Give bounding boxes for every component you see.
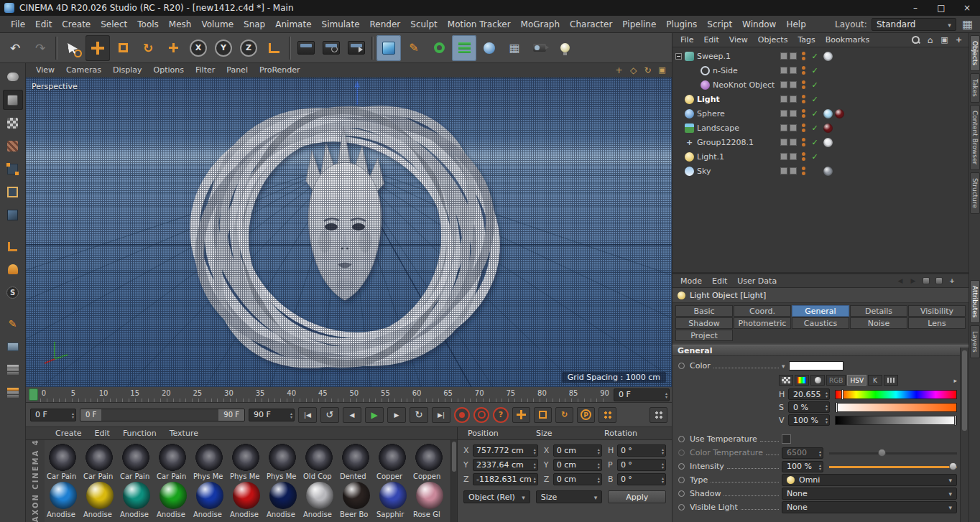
attribute-scrollbar[interactable] xyxy=(960,348,969,522)
object-icon[interactable] xyxy=(701,66,710,75)
keyframe-circle-icon[interactable] xyxy=(678,463,685,470)
panel-maximize-icon[interactable] xyxy=(939,34,950,45)
stepper-icon[interactable] xyxy=(823,404,828,411)
points-mode-button[interactable] xyxy=(3,159,23,179)
menu-item[interactable]: Help xyxy=(781,17,810,32)
material-name-bottom[interactable]: Anodise xyxy=(228,510,264,519)
mirror-tool-button[interactable] xyxy=(3,337,23,357)
enabled-check-icon[interactable]: ✓ xyxy=(810,138,820,147)
object-row[interactable]: n-Side ✓ xyxy=(672,63,969,78)
key-pla-button[interactable] xyxy=(598,407,616,423)
material-name-top[interactable]: Coppen xyxy=(411,472,448,481)
pin-icon[interactable] xyxy=(921,276,931,286)
material-sphere[interactable] xyxy=(269,482,297,509)
range-end-handle[interactable]: 90 F xyxy=(218,409,244,421)
layer-box-icon[interactable] xyxy=(790,52,797,60)
layer-paint-button[interactable] xyxy=(3,383,23,403)
key-scale-button[interactable] xyxy=(534,407,552,423)
viewport-menu-item[interactable]: ProRender xyxy=(254,64,306,76)
stepper-icon[interactable] xyxy=(660,447,664,455)
material-scrollbar[interactable] xyxy=(450,440,457,522)
previous-key-button[interactable] xyxy=(320,407,339,423)
stepper-icon[interactable] xyxy=(817,463,821,470)
menu-item[interactable]: MoGraph xyxy=(516,17,565,32)
color-temperature-field[interactable]: 6500 xyxy=(782,447,823,459)
record-keyframe-button[interactable] xyxy=(454,407,470,423)
add-cube-button[interactable] xyxy=(376,35,401,61)
material-name-bottom[interactable]: Sapphir xyxy=(374,510,411,519)
intensity-field[interactable]: 100 % xyxy=(782,461,823,472)
material-item[interactable]: Dented Beer Bo xyxy=(338,472,374,519)
viewport-menu-item[interactable]: Display xyxy=(107,64,148,76)
last-tool-button[interactable] xyxy=(161,35,185,61)
brush-tool-button[interactable] xyxy=(3,314,23,334)
enabled-check-icon[interactable]: ✓ xyxy=(810,95,820,104)
material-item[interactable]: Old Cop Anodise xyxy=(301,472,338,519)
sphere-primitive-button[interactable] xyxy=(477,35,501,61)
material-name-bottom[interactable]: Anodise xyxy=(154,510,191,519)
menu-item[interactable]: Simulate xyxy=(317,17,365,32)
object-name[interactable]: n-Side xyxy=(713,66,738,75)
keyframe-circle-icon[interactable] xyxy=(678,449,685,456)
viewport-menu-item[interactable]: Panel xyxy=(221,64,254,76)
undo-button[interactable] xyxy=(3,35,27,61)
lock-icon[interactable] xyxy=(934,276,944,286)
menu-item[interactable]: File xyxy=(6,17,30,32)
layer-box-icon[interactable] xyxy=(790,139,797,146)
visibility-dots-icon[interactable] xyxy=(802,52,805,60)
layer-box-icon[interactable] xyxy=(790,153,797,160)
size-field[interactable]: 0 cm xyxy=(553,444,602,457)
texture-tag-icon[interactable] xyxy=(823,52,833,61)
object-menu-item[interactable]: View xyxy=(724,34,753,46)
next-frame-button[interactable] xyxy=(387,407,406,423)
object-name[interactable]: Group12208.1 xyxy=(697,138,754,147)
stepper-icon[interactable] xyxy=(660,476,664,483)
menu-item[interactable]: Snap xyxy=(239,17,270,32)
object-row[interactable]: Group12208.1 ✓ xyxy=(672,135,969,149)
layer-box-icon[interactable] xyxy=(780,124,787,131)
material-sphere[interactable] xyxy=(196,482,223,509)
expander-icon[interactable] xyxy=(675,53,682,60)
object-menu-item[interactable]: Bookmarks xyxy=(820,34,874,46)
stepper-icon[interactable] xyxy=(596,447,600,455)
material-menu-item[interactable]: Create xyxy=(49,428,88,439)
rotation-field[interactable]: 0 ° xyxy=(617,444,666,457)
stepper-icon[interactable] xyxy=(596,462,600,469)
material-name-top[interactable]: Car Pain xyxy=(118,472,154,481)
menu-item[interactable]: Mesh xyxy=(164,17,197,32)
visibility-dots-icon[interactable] xyxy=(802,109,805,118)
menu-item[interactable]: Pipeline xyxy=(617,17,661,32)
enabled-check-icon[interactable]: ✓ xyxy=(810,152,820,162)
material-item[interactable]: Phys Me Anodise xyxy=(191,472,228,519)
model-mode-button[interactable] xyxy=(3,90,23,110)
attribute-menu-item[interactable]: Mode xyxy=(675,276,707,286)
stepper-icon[interactable] xyxy=(532,447,536,455)
previous-frame-button[interactable] xyxy=(343,407,361,423)
search-icon[interactable] xyxy=(910,34,921,45)
attribute-tab[interactable]: Lens xyxy=(908,317,966,329)
light-button[interactable] xyxy=(553,35,577,61)
material-row-partial[interactable] xyxy=(45,440,450,472)
intensity-slider[interactable] xyxy=(829,462,957,472)
menu-item[interactable]: Tools xyxy=(132,17,164,32)
attribute-tab[interactable]: Project xyxy=(675,330,733,341)
color-swatches-button[interactable] xyxy=(779,375,793,386)
attribute-menu-item[interactable]: Edit xyxy=(707,276,732,286)
enabled-check-icon[interactable]: ✓ xyxy=(810,80,820,90)
attribute-tab[interactable]: Visibility xyxy=(908,305,966,317)
value-field[interactable]: 100 % xyxy=(788,414,830,426)
shadow-dropdown[interactable]: None xyxy=(782,488,957,500)
stepper-icon[interactable] xyxy=(823,391,828,398)
keyframe-circle-icon[interactable] xyxy=(678,504,685,511)
material-name-top[interactable]: Phys Me xyxy=(264,472,301,481)
add-panel-icon[interactable] xyxy=(953,34,964,45)
stepper-icon[interactable] xyxy=(663,391,667,399)
spline-pen-button[interactable] xyxy=(402,35,426,61)
current-frame-field[interactable]: 0 F xyxy=(614,388,670,401)
material-sphere[interactable] xyxy=(86,482,114,509)
preview-range-slider[interactable]: 0 F 90 F xyxy=(80,409,245,421)
stepper-icon[interactable] xyxy=(532,462,536,469)
object-icon[interactable] xyxy=(685,95,694,104)
object-menu-item[interactable]: File xyxy=(675,34,698,46)
object-name[interactable]: NeoKnot Object xyxy=(713,80,775,90)
